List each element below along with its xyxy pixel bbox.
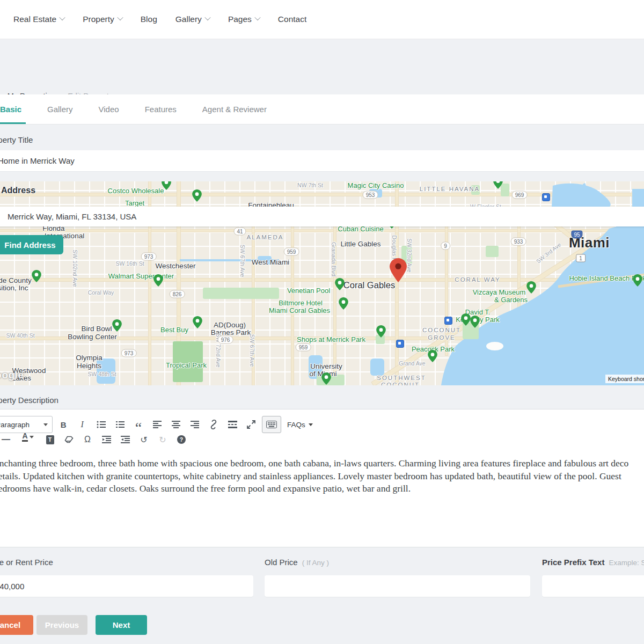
faqs-label: FAQs <box>287 421 305 429</box>
nav-blog[interactable]: Blog <box>141 14 157 24</box>
align-right-icon[interactable] <box>187 417 203 432</box>
help-icon[interactable]: ? <box>173 432 189 447</box>
poi-pin-icon <box>321 372 331 385</box>
map-label: Miami Coral Gables <box>269 306 330 314</box>
transit-station-icon <box>542 193 550 201</box>
top-navigation: Real Estate Property Blog Gallery Pages … <box>0 0 644 39</box>
map-park <box>486 246 499 257</box>
previous-button[interactable]: Previous <box>36 615 87 635</box>
description-text[interactable]: Enchanting three bedroom, three bath hom… <box>0 457 644 495</box>
poi-pin-icon <box>493 181 503 189</box>
paragraph-select[interactable]: Paragraph <box>0 416 53 433</box>
clear-formatting-icon[interactable] <box>61 432 77 447</box>
route-shield: 976 <box>218 336 233 344</box>
old-price-label: Old Price( If Any ) <box>265 558 329 567</box>
map-label: sition, Inc <box>0 284 28 292</box>
nav-label: Property <box>83 14 114 24</box>
indent-icon[interactable] <box>117 432 133 447</box>
address-label: Address <box>1 186 35 195</box>
poi-pin-icon <box>339 297 348 310</box>
map-label: Best Buy <box>160 326 188 334</box>
address-input[interactable] <box>0 207 644 226</box>
route-shield: 973 <box>141 253 157 261</box>
property-title-input[interactable] <box>0 150 644 171</box>
horizontal-rule-icon[interactable]: — <box>0 432 14 447</box>
map-label: SW 32nd Ave <box>406 238 413 272</box>
chevron-down-icon <box>309 423 313 426</box>
map-canvas[interactable]: Address Find Address Google Keyboard sho… <box>0 181 644 385</box>
map-label: ALAMEDA <box>247 234 284 240</box>
find-address-button[interactable]: Find Address <box>0 235 63 254</box>
map-label: AD(Doug) <box>214 321 246 329</box>
poi-pin-icon <box>335 278 345 290</box>
route-shield: 1 <box>576 254 586 262</box>
poi-pin-icon <box>633 274 642 287</box>
fullscreen-icon[interactable] <box>243 417 259 432</box>
old-price-input[interactable] <box>265 575 530 597</box>
map-label: Vizcaya Museum <box>473 288 526 296</box>
map-label: SW 67th Ave <box>239 245 246 277</box>
nav-pages[interactable]: Pages <box>228 14 260 24</box>
tab-agent-reviewer[interactable]: Agent & Reviewer <box>189 94 280 124</box>
map-label: COCONUT <box>381 382 420 385</box>
nav-property[interactable]: Property <box>83 14 122 24</box>
map-label: West Miami <box>252 258 289 266</box>
poi-pin-icon <box>153 274 163 287</box>
property-title-label: Property Title <box>0 135 33 144</box>
map-label: Westchester <box>156 262 196 270</box>
read-more-icon[interactable] <box>224 417 240 432</box>
tab-video[interactable]: Video <box>86 94 132 124</box>
keyboard-shortcuts-hint[interactable]: Keyboard short <box>605 375 644 383</box>
map-label: SOUTHWEST <box>377 375 426 381</box>
price-prefix-label-text: Price Prefix Text <box>542 558 604 567</box>
map-label: SW 16th St <box>115 260 144 267</box>
paragraph-select-value: Paragraph <box>0 421 30 429</box>
bullet-list-icon[interactable] <box>93 417 109 432</box>
map-marker-icon[interactable] <box>390 258 407 284</box>
cancel-button[interactable]: Cancel <box>0 615 33 635</box>
map-label: Heights <box>77 362 101 370</box>
bold-button[interactable]: B <box>55 417 71 432</box>
tab-gallery[interactable]: Gallery <box>34 94 86 124</box>
map-label: Walmart Supercenter <box>108 272 174 280</box>
map-label: NW 7th St <box>297 182 323 188</box>
map-label: Target <box>125 199 144 207</box>
outdent-icon[interactable] <box>98 432 114 447</box>
undo-icon[interactable]: ↺ <box>136 432 152 447</box>
map-label: Bird Bowl <box>81 325 112 333</box>
faqs-dropdown[interactable]: FAQs <box>284 421 316 429</box>
price-prefix-hint: Example: Starting From <box>609 559 644 567</box>
nav-contact[interactable]: Contact <box>278 14 306 24</box>
price-prefix-label: Price Prefix TextExample: Starting From <box>542 558 644 567</box>
sale-price-label: Sale or Rent Price <box>0 558 53 567</box>
paste-as-text-icon[interactable]: T <box>42 432 58 447</box>
map-label: Shops at Merrick Park <box>297 335 365 343</box>
route-shield: 953 <box>363 191 378 199</box>
poi-pin-icon <box>32 270 41 282</box>
active-tab-underline <box>0 122 26 124</box>
nav-real-estate[interactable]: Real Estate <box>13 14 64 24</box>
special-character-icon[interactable]: Ω <box>79 432 96 447</box>
italic-button[interactable]: I <box>74 417 90 432</box>
numbered-list-icon[interactable] <box>112 417 128 432</box>
route-shield: 959 <box>284 248 299 256</box>
redo-icon[interactable]: ↻ <box>155 432 171 447</box>
sale-price-input[interactable] <box>0 575 253 597</box>
text-color-icon[interactable]: A <box>17 432 39 447</box>
poi-pin-icon <box>526 281 536 294</box>
price-prefix-input[interactable] <box>542 575 644 597</box>
map-label: COCONUT <box>422 327 461 333</box>
poi-pin-icon <box>376 325 386 338</box>
align-left-icon[interactable] <box>149 417 165 432</box>
chevron-down-icon <box>117 14 123 20</box>
link-icon[interactable] <box>206 417 222 432</box>
nav-gallery[interactable]: Gallery <box>175 14 210 24</box>
map-label: CORAL WAY <box>455 276 500 283</box>
tab-basic[interactable]: Basic <box>0 94 34 124</box>
toolbar-toggle-button[interactable] <box>262 416 281 433</box>
align-center-icon[interactable] <box>168 417 184 432</box>
poi-pin-icon <box>193 316 202 328</box>
nav-label: Gallery <box>175 14 202 24</box>
next-button[interactable]: Next <box>96 615 147 635</box>
tab-features[interactable]: Features <box>132 94 189 124</box>
